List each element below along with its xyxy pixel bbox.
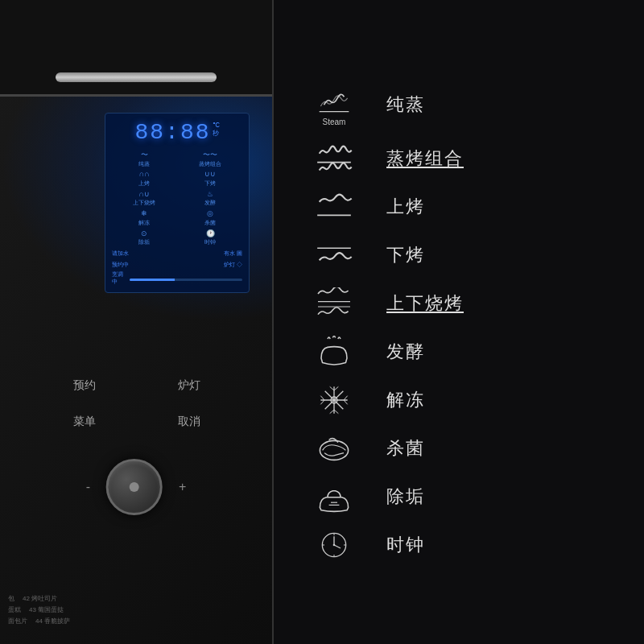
mode-bottom-heat: ∪∪下烤	[178, 169, 242, 187]
svg-line-10	[330, 386, 334, 390]
cancel-button[interactable]: 取消	[178, 415, 200, 429]
mode-top-bottom: ∩∪上下烧烤	[112, 189, 176, 207]
ferment-svg	[314, 336, 354, 368]
menu-item-bread-slice: 面包片	[8, 617, 27, 625]
oven-top-bezel	[0, 0, 272, 97]
status-row: 请加水 有水 圖	[112, 250, 242, 258]
func-descale-label: 除垢	[386, 485, 425, 509]
func-steam-label: 纯蒸	[386, 93, 425, 117]
clock-svg	[314, 529, 354, 561]
time-display: 88:88	[134, 120, 210, 145]
menu-row2: 蛋糕 43 葡国蛋挞	[8, 605, 250, 614]
svg-point-19	[320, 440, 348, 460]
status-water: 请加水	[112, 250, 129, 258]
knob-plus[interactable]: +	[179, 480, 186, 494]
menu-item-42: 42 烤吐司片	[23, 594, 57, 603]
func-descale: 除垢	[306, 476, 612, 518]
func-steam-bake: 蒸烤组合	[306, 138, 612, 180]
bottom-heat-icon	[306, 239, 362, 271]
sterilize-icon	[306, 432, 362, 464]
mode-pure-steam: 〜纯蒸	[112, 150, 176, 167]
func-sterilize: 杀菌	[306, 427, 612, 469]
menu-item-43: 43 葡国蛋挞	[29, 605, 64, 614]
top-heat-svg	[314, 191, 354, 223]
status-water-icon: 有水 圖	[224, 250, 242, 258]
descale-svg	[314, 481, 354, 513]
clock-icon	[306, 529, 362, 561]
knob-area: - +	[86, 459, 187, 515]
func-ferment: 发酵	[306, 331, 612, 373]
svg-line-12	[330, 410, 334, 414]
svg-point-25	[333, 543, 336, 546]
top-bottom-icon	[306, 287, 362, 320]
temp-unit: ℃	[213, 122, 220, 129]
progress-fill	[130, 279, 175, 281]
descale-icon	[306, 481, 362, 513]
oven-display: 88:88 ℃ 秒 〜纯蒸 〜〜蒸烤组合 ∩∩上烤 ∪∪下烤 ∩∪上下烧烤	[105, 113, 250, 293]
svg-line-24	[334, 545, 341, 548]
bottom-menu-text: 包 42 烤吐司片 蛋糕 43 葡国蛋挞 面包片 44 香脆披萨	[8, 594, 250, 628]
func-defrost: 解冻	[306, 379, 612, 421]
cooking-label: 烹调中	[112, 271, 126, 286]
menu-item-bread: 包	[8, 594, 14, 603]
mode-ferment: ♨发酵	[178, 189, 242, 207]
mode-grid: 〜纯蒸 〜〜蒸烤组合 ∩∩上烤 ∪∪下烤 ∩∪上下烧烤 ♨发酵 ❄解冻 ◎杀菌	[112, 150, 242, 246]
svg-line-13	[334, 410, 338, 414]
menu-item-44: 44 香脆披萨	[35, 617, 70, 625]
menu-item-cake: 蛋糕	[8, 605, 21, 614]
bottom-heat-svg	[314, 239, 354, 271]
temperature-knob[interactable]	[106, 459, 163, 515]
func-clock: 时钟	[306, 524, 612, 566]
oven-panel: 88:88 ℃ 秒 〜纯蒸 〜〜蒸烤组合 ∩∩上烤 ∪∪下烤 ∩∪上下烧烤	[0, 0, 274, 644]
top-bottom-svg	[314, 287, 354, 320]
func-sterilize-label: 杀菌	[386, 436, 425, 460]
steam-icon-container: Steam	[306, 84, 362, 126]
mode-top-heat: ∩∩上烤	[112, 169, 176, 187]
defrost-svg	[314, 384, 354, 416]
control-row2: 菜单 取消	[32, 415, 242, 429]
steam-bake-icon	[306, 142, 362, 175]
status-preset: 预约中	[112, 261, 129, 269]
progress-bar	[130, 279, 242, 281]
time-unit: 秒	[213, 129, 220, 138]
defrost-icon	[306, 384, 362, 416]
oven-handle	[56, 72, 217, 82]
func-defrost-label: 解冻	[386, 388, 425, 412]
func-steam-bake-label: 蒸烤组合	[386, 147, 464, 171]
svg-line-16	[344, 395, 348, 399]
func-top-heat-label: 上烤	[386, 195, 425, 219]
func-steam: Steam 纯蒸	[306, 79, 612, 131]
svg-line-11	[334, 386, 338, 390]
func-clock-label: 时钟	[386, 533, 425, 557]
top-heat-icon	[306, 191, 362, 223]
menu-row1: 包 42 烤吐司片	[8, 594, 250, 603]
status-row2: 预约中 炉灯 ◇	[112, 261, 242, 269]
knob-minus[interactable]: -	[86, 480, 90, 494]
mode-defrost: ❄解冻	[112, 208, 176, 226]
preset-button[interactable]: 预约	[73, 378, 96, 393]
func-top-bottom: 上下烧烤	[306, 283, 612, 324]
svg-line-15	[320, 400, 324, 404]
mode-clock: 🕐时钟	[178, 229, 242, 246]
func-bottom-heat: 下烤	[306, 234, 612, 276]
func-ferment-label: 发酵	[386, 340, 425, 364]
mode-sterilize: ◎杀菌	[178, 208, 242, 226]
light-button[interactable]: 炉灯	[178, 378, 200, 393]
mode-descale: ⊙除垢	[112, 229, 176, 246]
svg-line-17	[344, 400, 348, 404]
steam-icon-group: Steam	[314, 84, 354, 126]
steam-bake-svg	[314, 142, 354, 175]
sterilize-svg	[314, 432, 354, 464]
function-panel: Steam 纯蒸 蒸烤组合 上烤	[274, 0, 644, 644]
mode-steam-bake: 〜〜蒸烤组合	[178, 150, 242, 167]
svg-line-14	[320, 395, 324, 399]
func-bottom-heat-label: 下烤	[386, 243, 425, 267]
func-top-heat: 上烤	[306, 186, 612, 228]
func-top-bottom-label: 上下烧烤	[386, 291, 464, 316]
ferment-icon	[306, 336, 362, 368]
status-light: 炉灯 ◇	[224, 261, 242, 269]
control-row1: 预约 炉灯	[32, 378, 242, 393]
menu-button[interactable]: 菜单	[73, 415, 96, 429]
steam-label: Steam	[323, 118, 346, 126]
steam-icon	[314, 84, 354, 116]
